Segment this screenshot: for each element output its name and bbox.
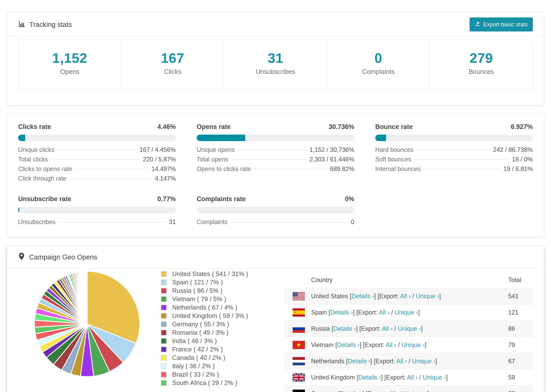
legend-item-romania[interactable]: Romania ( 49 / 3% ) bbox=[161, 329, 248, 336]
dotted-leader bbox=[51, 160, 140, 160]
metric-value: 2,303 / 61.446% bbox=[309, 156, 354, 163]
dotted-leader bbox=[414, 160, 509, 160]
export-all-link[interactable]: All › bbox=[379, 309, 389, 316]
rate-percent: 0.77% bbox=[157, 195, 176, 203]
export-unique-link[interactable]: Unique › bbox=[412, 358, 435, 365]
tracking-stats-title-row: Tracking stats bbox=[18, 20, 72, 29]
export-unique-link[interactable]: Unique › bbox=[402, 341, 425, 348]
legend-swatch bbox=[161, 330, 167, 336]
details-link[interactable]: Details › bbox=[358, 374, 381, 381]
legend-item-united-states[interactable]: United States ( 541 / 31% ) bbox=[161, 270, 248, 278]
legend-item-spain[interactable]: Spain ( 121 / 7% ) bbox=[161, 279, 248, 286]
metric-value: 19 / 6.81% bbox=[503, 165, 533, 173]
stat-label: Bounces bbox=[430, 68, 532, 75]
country-name: Spain bbox=[311, 309, 327, 316]
export-all-link[interactable]: All › bbox=[389, 390, 399, 392]
details-link[interactable]: Details › bbox=[340, 390, 362, 392]
details-link[interactable]: Details › bbox=[337, 341, 360, 348]
bracket: ] bbox=[439, 293, 441, 300]
country-cell: Netherlands [Details ›] [Export: All › /… bbox=[311, 358, 437, 365]
export-all-link[interactable]: All › bbox=[386, 341, 396, 348]
metric-label: Total clicks bbox=[18, 156, 48, 163]
legend-item-canada[interactable]: Canada ( 40 / 2% ) bbox=[161, 354, 248, 361]
metric-row: Complaints0 bbox=[197, 218, 354, 228]
metric-row: Unique opens1,152 / 30.736% bbox=[197, 146, 354, 156]
metric-label: Unsubscribes bbox=[18, 218, 56, 226]
legend-item-united-kingdom[interactable]: United Kingdom ( 59 / 3% ) bbox=[161, 312, 248, 320]
export-unique-link[interactable]: Unique › bbox=[423, 374, 446, 381]
map-pin-icon bbox=[18, 252, 25, 262]
geo-pie-svg bbox=[32, 269, 142, 379]
details-link[interactable]: Details › bbox=[333, 325, 356, 332]
legend-item-vietnam[interactable]: Vietnam ( 79 / 5% ) bbox=[161, 295, 248, 303]
legend-swatch bbox=[161, 338, 167, 344]
legend-item-india[interactable]: India ( 46 / 3% ) bbox=[161, 337, 248, 345]
metric-value: 242 / 86.738% bbox=[493, 146, 533, 154]
opens-progress-bar bbox=[197, 135, 354, 141]
export-all-link[interactable]: All › bbox=[407, 374, 417, 381]
dotted-leader bbox=[417, 150, 490, 150]
bracket: [ bbox=[333, 341, 337, 348]
bracket: [ bbox=[355, 374, 358, 381]
geo-table-header: Country Total bbox=[284, 272, 534, 288]
country-cell: United States [Details ›] [Export: All ›… bbox=[311, 293, 441, 300]
total-cell: 67 bbox=[508, 353, 515, 369]
export-prefix: ] [Export: bbox=[374, 293, 400, 300]
flag-es-icon bbox=[293, 308, 311, 317]
stat-value: 167 bbox=[121, 51, 224, 65]
export-unique-link[interactable]: Unique › bbox=[398, 325, 421, 332]
country-name: Russia bbox=[311, 325, 330, 332]
export-unique-link[interactable]: Unique › bbox=[404, 390, 427, 392]
legend-swatch bbox=[161, 271, 167, 277]
legend-item-france[interactable]: France ( 42 / 2% ) bbox=[161, 346, 248, 353]
legend-swatch bbox=[161, 313, 167, 319]
bracket: ] bbox=[425, 341, 426, 348]
clicks-rate-block: Clicks rate4.46%Unique clicks167 / 4.456… bbox=[18, 123, 176, 185]
dotted-leader bbox=[57, 150, 136, 150]
flag-de-icon bbox=[293, 390, 311, 392]
export-basic-stats-button[interactable]: Export basic stats bbox=[470, 17, 533, 31]
export-all-link[interactable]: All › bbox=[396, 358, 407, 365]
export-prefix: ] [Export: bbox=[353, 309, 379, 316]
unsubscribe-progress-bar bbox=[18, 207, 176, 213]
export-prefix: ] [Export: bbox=[356, 325, 382, 332]
legend-swatch bbox=[161, 296, 167, 302]
bracket: ] bbox=[435, 358, 437, 365]
separator: / bbox=[407, 358, 412, 365]
legend-item-italy[interactable]: Italy ( 36 / 2% ) bbox=[161, 363, 248, 370]
dotted-leader bbox=[424, 169, 500, 169]
details-link[interactable]: Details › bbox=[330, 309, 353, 316]
details-link[interactable]: Details › bbox=[352, 293, 374, 300]
rates-grid: Clicks rate4.46%Unique clicks167 / 4.456… bbox=[18, 123, 533, 228]
metric-label: Complaints bbox=[197, 218, 227, 226]
legend-item-netherlands[interactable]: Netherlands ( 67 / 4% ) bbox=[161, 304, 248, 311]
geo-opens-body: United States ( 541 / 31% )Spain ( 121 /… bbox=[7, 269, 544, 392]
separator: / bbox=[396, 341, 402, 348]
legend-item-south-africa[interactable]: South Africa ( 29 / 2% ) bbox=[161, 379, 248, 386]
flag-ru-icon bbox=[293, 325, 311, 333]
stat-complaints: 0Complaints bbox=[327, 40, 430, 90]
bracket: ] bbox=[446, 374, 448, 381]
country-name: Germany bbox=[311, 390, 336, 392]
details-link[interactable]: Details › bbox=[348, 358, 370, 365]
legend-swatch bbox=[161, 305, 167, 310]
metric-value: 31 bbox=[169, 218, 176, 226]
legend-item-germany[interactable]: Germany ( 55 / 3% ) bbox=[161, 321, 248, 328]
country-cell: Vietnam [Details ›] [Export: All › / Uni… bbox=[311, 341, 426, 349]
bracket: [ bbox=[327, 309, 330, 316]
legend-item-russia[interactable]: Russia ( 86 / 5% ) bbox=[161, 287, 248, 294]
export-all-link[interactable]: All › bbox=[400, 293, 411, 300]
export-unique-link[interactable]: Unique › bbox=[395, 309, 418, 316]
legend-label: United Kingdom ( 59 / 3% ) bbox=[172, 312, 248, 320]
export-unique-link[interactable]: Unique › bbox=[416, 293, 439, 300]
export-all-link[interactable]: All › bbox=[382, 325, 393, 332]
geo-table-row-nl: Netherlands [Details ›] [Export: All › /… bbox=[284, 353, 534, 369]
legend-item-brazil[interactable]: Brazil ( 33 / 2% ) bbox=[161, 371, 248, 378]
flag-nl-icon bbox=[293, 357, 311, 365]
bracket: [ bbox=[336, 390, 340, 392]
legend-swatch bbox=[161, 321, 167, 327]
stat-unsubscribes: 31Unsubscribes bbox=[224, 40, 327, 90]
metric-value: 167 / 4.456% bbox=[140, 146, 176, 154]
legend-label: France ( 42 / 2% ) bbox=[172, 346, 223, 353]
legend-swatch bbox=[161, 372, 167, 378]
